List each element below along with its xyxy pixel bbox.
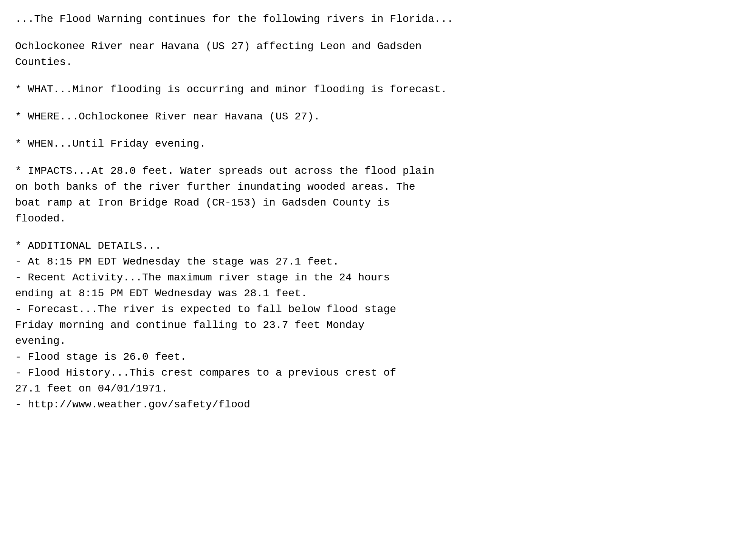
- paragraph-when: * WHEN...Until Friday evening.: [15, 136, 741, 152]
- paragraph-impacts: * IMPACTS...At 28.0 feet. Water spreads …: [15, 163, 741, 227]
- main-content: ...The Flood Warning continues for the f…: [15, 11, 741, 413]
- paragraph-intro: ...The Flood Warning continues for the f…: [15, 11, 741, 27]
- paragraph-what: * WHAT...Minor flooding is occurring and…: [15, 82, 741, 97]
- paragraph-additional: * ADDITIONAL DETAILS... - At 8:15 PM EDT…: [15, 238, 741, 413]
- paragraph-location: Ochlockonee River near Havana (US 27) af…: [15, 39, 741, 70]
- paragraph-where: * WHERE...Ochlockonee River near Havana …: [15, 109, 741, 125]
